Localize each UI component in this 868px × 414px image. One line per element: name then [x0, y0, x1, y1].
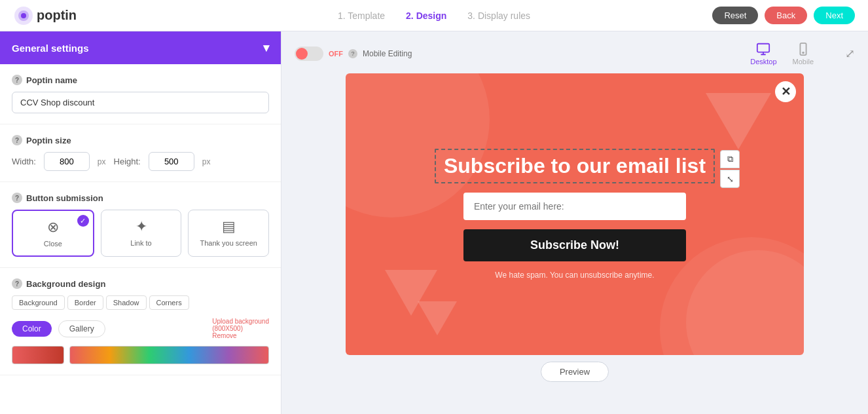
upload-background-btn[interactable]: Upload background (800X500) Remove — [212, 318, 269, 339]
preview-toolbar: OFF ? Mobile Editing Desktop — [295, 42, 855, 66]
toggle-label: OFF — [329, 50, 343, 58]
logo-text: poptin — [37, 8, 77, 23]
btn-link-to-label: Link to — [130, 239, 151, 247]
chevron-down-icon: ▾ — [263, 41, 269, 55]
expand-button[interactable]: ⤢ — [845, 47, 855, 61]
btn-color[interactable]: Color — [12, 321, 52, 337]
next-button[interactable]: Next — [814, 7, 855, 24]
tab-mobile[interactable]: Mobile — [793, 42, 814, 66]
height-unit: px — [202, 157, 211, 166]
nav-step-design[interactable]: 2. Design — [406, 10, 446, 21]
deco-tri-3 — [706, 93, 771, 149]
gradient-strip[interactable] — [69, 346, 269, 364]
mobile-label: Mobile — [793, 58, 814, 66]
btn-option-close[interactable]: ✓ ⊗ Close — [12, 210, 94, 257]
width-input[interactable] — [44, 152, 90, 171]
width-label: Width: — [12, 157, 36, 166]
main-layout: General settings ▾ ? Poptin name ? Popti… — [0, 31, 868, 414]
bg-tab-shadow[interactable]: Shadow — [106, 295, 147, 310]
deco-tri-2 — [418, 301, 457, 335]
nav-step-display-rules[interactable]: 3. Display rules — [467, 10, 530, 21]
resize-tool[interactable]: ⤡ — [720, 170, 740, 188]
upload-size: (800X500) — [212, 325, 269, 332]
nav-step-template[interactable]: 1. Template — [338, 10, 385, 21]
help-icon-mobile: ? — [348, 49, 357, 58]
bg-tab-background[interactable]: Background — [12, 295, 65, 310]
size-row: Width: px Height: px — [12, 152, 269, 171]
check-badge: ✓ — [77, 215, 89, 227]
toggle-knob — [296, 48, 308, 60]
height-label: Height: — [114, 157, 141, 166]
btn-option-thank-you[interactable]: ▤ Thank you screen — [188, 210, 269, 257]
title-selected-box: Subscribe to our email list ⧉ ⤡ — [435, 149, 715, 183]
close-icon: ⊗ — [47, 219, 59, 236]
subscribe-button[interactable]: Subscribe Now! — [463, 229, 686, 261]
help-icon-btn: ? — [12, 193, 22, 203]
poptin-size-label: ? Poptin size — [12, 135, 269, 145]
btn-thank-you-label: Thank you screen — [200, 239, 257, 247]
preview-area: OFF ? Mobile Editing Desktop — [281, 31, 868, 414]
btn-close-label: Close — [44, 240, 62, 248]
poptin-popup: ✕ Subscribe to our email list ⧉ ⤡ Subscr… — [346, 73, 804, 355]
reset-button[interactable]: Reset — [712, 7, 758, 24]
top-nav: poptin 1. Template 2. Design 3. Display … — [0, 0, 868, 31]
link-icon: ✦ — [136, 218, 147, 235]
device-tabs: Desktop Mobile ⤢ — [750, 42, 855, 66]
copy-tool[interactable]: ⧉ — [720, 150, 740, 168]
poptin-title[interactable]: Subscribe to our email list — [444, 154, 706, 178]
svg-rect-3 — [757, 44, 769, 52]
color-swatch[interactable] — [12, 346, 64, 364]
selection-tools: ⧉ ⤡ — [720, 150, 740, 188]
back-button[interactable]: Back — [765, 7, 807, 24]
remove-btn[interactable]: Remove — [212, 332, 269, 339]
height-input[interactable] — [149, 152, 194, 171]
button-submission-section: ? Button submission ✓ ⊗ Close ✦ Link to … — [0, 182, 281, 268]
upload-label: Upload background — [212, 318, 269, 325]
thank-you-icon: ▤ — [222, 218, 236, 235]
email-input[interactable] — [463, 193, 686, 220]
popup-close-button[interactable]: ✕ — [775, 81, 796, 102]
desktop-icon — [756, 42, 770, 56]
toggle-row: OFF ? Mobile Editing — [295, 47, 412, 61]
preview-button[interactable]: Preview — [541, 362, 609, 382]
logo-icon — [13, 5, 34, 26]
svg-point-2 — [21, 13, 26, 18]
help-icon-bg: ? — [12, 278, 22, 289]
help-icon-size: ? — [12, 135, 22, 145]
nav-actions: Reset Back Next — [712, 7, 855, 24]
color-gallery-row: Color Gallery Upload background (800X500… — [12, 318, 269, 339]
poptin-name-input[interactable] — [12, 92, 269, 113]
btn-option-link-to[interactable]: ✦ Link to — [101, 210, 182, 257]
svg-point-5 — [803, 52, 804, 54]
poptin-name-label: ? Poptin name — [12, 75, 269, 85]
sidebar-header-label: General settings — [12, 43, 89, 54]
sidebar-header[interactable]: General settings ▾ — [0, 31, 281, 64]
poptin-size-section: ? Poptin size Width: px Height: px — [0, 124, 281, 182]
sidebar: General settings ▾ ? Poptin name ? Popti… — [0, 31, 281, 414]
mobile-icon — [796, 42, 810, 56]
btn-submission-row: ✓ ⊗ Close ✦ Link to ▤ Thank you screen — [12, 210, 269, 257]
width-unit: px — [98, 157, 106, 166]
background-design-section: ? Background design Background Border Sh… — [0, 268, 281, 375]
tab-desktop[interactable]: Desktop — [750, 42, 776, 66]
mobile-editing-toggle[interactable] — [295, 47, 323, 61]
background-design-label: ? Background design — [12, 278, 269, 289]
bg-tab-border[interactable]: Border — [67, 295, 103, 310]
poptin-name-section: ? Poptin name — [0, 64, 281, 124]
desktop-label: Desktop — [750, 58, 776, 66]
bg-tab-corners[interactable]: Corners — [149, 295, 189, 310]
help-icon: ? — [12, 75, 22, 85]
btn-gallery[interactable]: Gallery — [58, 320, 105, 337]
button-submission-label: ? Button submission — [12, 193, 269, 203]
logo: poptin — [13, 5, 77, 26]
bg-tabs: Background Border Shadow Corners — [12, 295, 269, 310]
color-gradient-row — [12, 346, 269, 364]
preview-bottom: Preview — [541, 362, 609, 382]
mobile-editing-label: Mobile Editing — [363, 49, 412, 58]
nav-steps: 1. Template 2. Design 3. Display rules — [338, 10, 530, 21]
spam-text: We hate spam. You can unsubscribe anytim… — [495, 271, 654, 280]
